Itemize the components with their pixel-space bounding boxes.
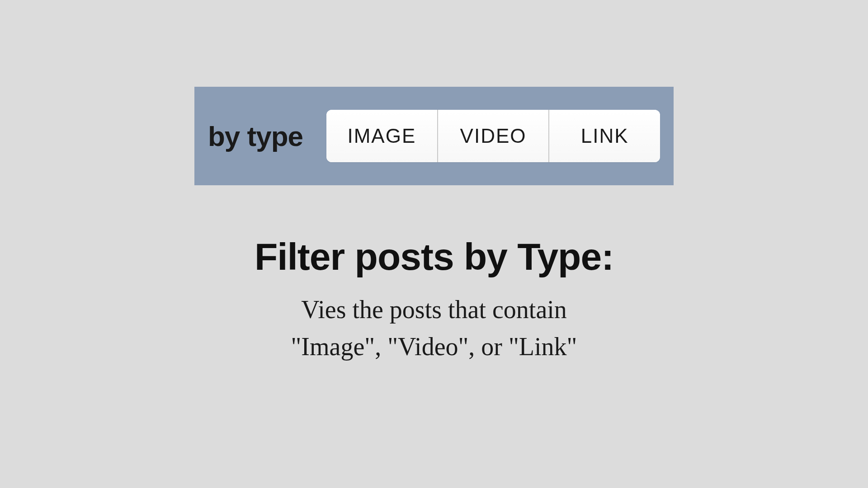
segment-button-video[interactable]: VIDEO (438, 110, 550, 162)
section-heading: Filter posts by Type: (255, 235, 613, 279)
filter-label: by type (208, 120, 303, 152)
content-wrapper: by type IMAGE VIDEO LINK Filter posts by… (194, 87, 674, 365)
section-description: Vies the posts that contain "Image", "Vi… (291, 291, 577, 365)
filter-bar: by type IMAGE VIDEO LINK (194, 87, 674, 185)
segment-button-image[interactable]: IMAGE (326, 110, 438, 162)
segment-control: IMAGE VIDEO LINK (326, 110, 660, 162)
description-line-2: "Image", "Video", or "Link" (291, 333, 577, 361)
segment-button-link[interactable]: LINK (549, 110, 660, 162)
description-line-1: Vies the posts that contain (301, 296, 567, 324)
